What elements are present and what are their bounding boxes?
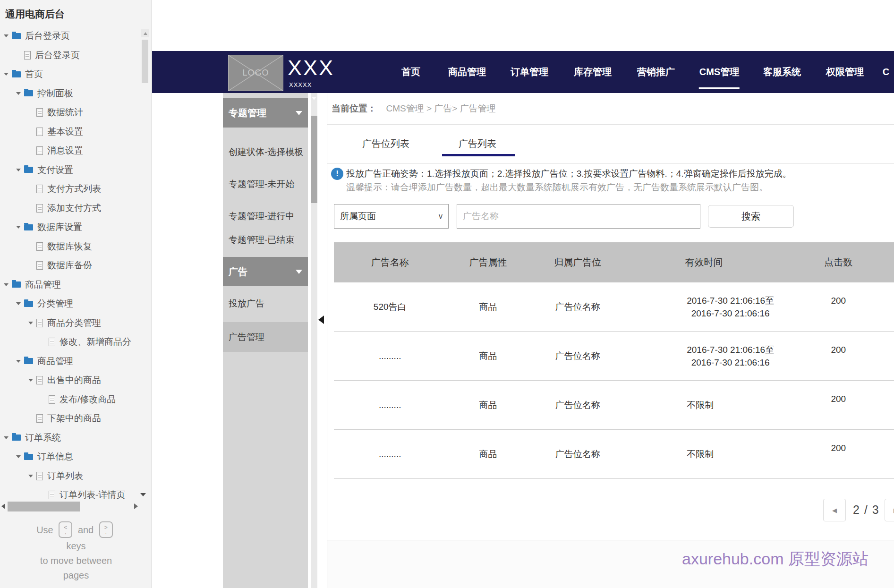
submenu-item[interactable]: 广告管理 xyxy=(223,322,308,352)
sitemap-item-label: 控制面板 xyxy=(37,87,73,100)
sitemap-item[interactable]: 后台登录页 xyxy=(0,26,152,46)
folder-icon xyxy=(24,167,33,173)
sitemap-item[interactable]: 分类管理 xyxy=(0,294,152,314)
current-page: 2 xyxy=(853,503,860,516)
expand-arrow-icon[interactable] xyxy=(16,226,21,229)
ad-table: 广告名称广告属性归属广告位有效时间点击数 520告白商品广告位名称2016-7-… xyxy=(334,242,894,479)
chevron-down-icon[interactable] xyxy=(140,493,146,496)
horizontal-scrollbar-thumb[interactable] xyxy=(8,502,80,511)
expand-arrow-icon[interactable] xyxy=(28,379,33,382)
sitemap-tree: 后台登录页后台登录页首页控制面板数据统计基本设置消息设置支付设置支付方式列表添加… xyxy=(0,0,152,588)
nav-item-5[interactable]: 营销推广 xyxy=(637,51,675,93)
sitemap-item[interactable]: 后台登录页 xyxy=(0,46,152,65)
sitemap-item[interactable]: 修改、新增商品分 xyxy=(0,332,152,352)
expand-arrow-icon[interactable] xyxy=(4,73,9,76)
search-button[interactable]: 搜索 xyxy=(708,205,794,228)
submenu-item[interactable]: 专题管理-未开始 xyxy=(223,171,308,197)
tab-bar: 广告位列表 广告列表 xyxy=(327,124,894,163)
nav-item-1[interactable]: 首页 xyxy=(401,51,420,93)
sitemap-item[interactable]: 数据库设置 xyxy=(0,218,152,237)
table-body: 520告白商品广告位名称2016-7-30 21:06:16至2016-7-30… xyxy=(334,282,894,479)
key-right-bottom: . xyxy=(105,530,107,535)
help-and: and xyxy=(78,525,94,535)
nav-item-9[interactable]: C xyxy=(883,51,889,93)
submenu-scrollbar[interactable] xyxy=(311,93,317,588)
next-page-button[interactable]: ▶ xyxy=(885,499,894,521)
sitemap-item[interactable]: 添加支付方式 xyxy=(0,199,152,218)
page-icon xyxy=(36,146,43,155)
submenu-item[interactable]: 投放广告 xyxy=(223,290,308,317)
top-navigation-bar: LOGO XXX XXXXX 首页商品管理订单管理库存管理营销推广CMS管理客服… xyxy=(152,51,894,93)
page-select[interactable]: 所属页面 v xyxy=(334,204,449,229)
ad-name-input[interactable] xyxy=(457,204,700,229)
expand-arrow-icon[interactable] xyxy=(16,92,21,95)
tab-ad-slot-list[interactable]: 广告位列表 xyxy=(362,124,409,163)
submenu-item[interactable]: 专题管理-已结束 xyxy=(223,227,308,253)
sitemap-item[interactable]: 出售中的商品 xyxy=(0,371,152,390)
submenu-section-1[interactable]: 专题管理 xyxy=(223,98,308,128)
expand-arrow-icon[interactable] xyxy=(16,360,21,363)
sitemap-item-label: 发布/修改商品 xyxy=(60,393,116,406)
nav-item-2[interactable]: 商品管理 xyxy=(448,51,486,93)
vertical-scrollbar-thumb[interactable] xyxy=(142,40,148,83)
scroll-up-icon[interactable] xyxy=(141,29,149,37)
chevron-down-icon xyxy=(296,111,302,115)
expand-arrow-icon[interactable] xyxy=(16,302,21,305)
sitemap-item[interactable]: 订单信息 xyxy=(0,447,152,467)
prev-page-button[interactable]: ◀ xyxy=(823,499,846,521)
sitemap-item[interactable]: 订单列表 xyxy=(0,467,152,486)
ad-time-value: 不限制 xyxy=(687,448,714,460)
collapse-panel-icon[interactable] xyxy=(318,315,324,324)
sitemap-item[interactable]: 订单系统 xyxy=(0,428,152,448)
sitemap-item[interactable]: 下架中的商品 xyxy=(0,409,152,428)
scroll-down-icon[interactable] xyxy=(312,97,316,100)
sitemap-item[interactable]: 商品管理 xyxy=(0,352,152,371)
sitemap-item[interactable]: 数据统计 xyxy=(0,103,152,122)
submenu-item[interactable]: 专题管理-进行中 xyxy=(223,203,308,230)
sitemap-item-label: 数据库设置 xyxy=(37,221,82,233)
active-tab-underline xyxy=(442,154,515,156)
scroll-right-icon[interactable] xyxy=(134,503,138,509)
chevron-down-icon xyxy=(296,270,302,274)
sitemap-item[interactable]: 控制面板 xyxy=(0,84,152,103)
expand-arrow-icon[interactable] xyxy=(28,322,33,324)
folder-icon xyxy=(24,301,33,307)
watermark-text: axurehub.com 原型资源站 xyxy=(682,548,868,570)
nav-item-7[interactable]: 客服系统 xyxy=(763,51,801,93)
ad-name-cell: 520告白 xyxy=(334,282,446,331)
nav-item-3[interactable]: 订单管理 xyxy=(511,51,548,93)
expand-arrow-icon[interactable] xyxy=(16,455,21,458)
sitemap-item[interactable]: 首页 xyxy=(0,65,152,84)
tab-ad-list[interactable]: 广告列表 xyxy=(459,124,496,163)
sitemap-item[interactable]: 数据库备份 xyxy=(0,256,152,275)
brand-name: XXX xyxy=(288,56,334,80)
sitemap-item[interactable]: 消息设置 xyxy=(0,141,152,161)
sitemap-item[interactable]: 商品管理 xyxy=(0,275,152,295)
nav-item-4[interactable]: 库存管理 xyxy=(574,51,612,93)
sitemap-item[interactable]: 发布/修改商品 xyxy=(0,390,152,409)
expand-arrow-icon[interactable] xyxy=(4,436,9,439)
column-header: 广告名称 xyxy=(334,242,446,282)
nav-item-8[interactable]: 权限管理 xyxy=(826,51,864,93)
sitemap-item-label: 支付设置 xyxy=(37,164,73,176)
content-area: 当前位置： CMS管理 > 广告> 广告管理 广告位列表 广告列表 ! 投放广告… xyxy=(327,93,894,588)
scroll-left-icon[interactable] xyxy=(1,503,5,509)
submenu-section-2[interactable]: 广告 xyxy=(223,257,308,286)
expand-arrow-icon[interactable] xyxy=(28,475,33,477)
keyboard-help: Use < , and > . keys to move between pag… xyxy=(0,522,152,583)
sitemap-item[interactable]: 商品分类管理 xyxy=(0,314,152,333)
sitemap-item[interactable]: 数据库恢复 xyxy=(0,237,152,256)
sitemap-item[interactable]: 基本设置 xyxy=(0,122,152,142)
sitemap-item[interactable]: 支付设置 xyxy=(0,161,152,180)
table-row: .........商品广告位名称不限制200 xyxy=(334,381,894,430)
expand-arrow-icon[interactable] xyxy=(4,283,9,286)
expand-arrow-icon[interactable] xyxy=(16,169,21,171)
help-use: Use xyxy=(36,525,53,535)
sitemap-item-label: 订单列表 xyxy=(47,470,83,482)
sitemap-item[interactable]: 支付方式列表 xyxy=(0,179,152,199)
nav-item-6[interactable]: CMS管理 xyxy=(699,51,739,93)
cms-submenu-panel: 专题管理创建状体-选择模板专题管理-未开始专题管理-进行中专题管理-已结束广告投… xyxy=(223,93,308,588)
submenu-item[interactable]: 创建状体-选择模板 xyxy=(223,139,308,165)
submenu-scrollbar-thumb[interactable] xyxy=(311,116,317,203)
expand-arrow-icon[interactable] xyxy=(4,34,9,37)
